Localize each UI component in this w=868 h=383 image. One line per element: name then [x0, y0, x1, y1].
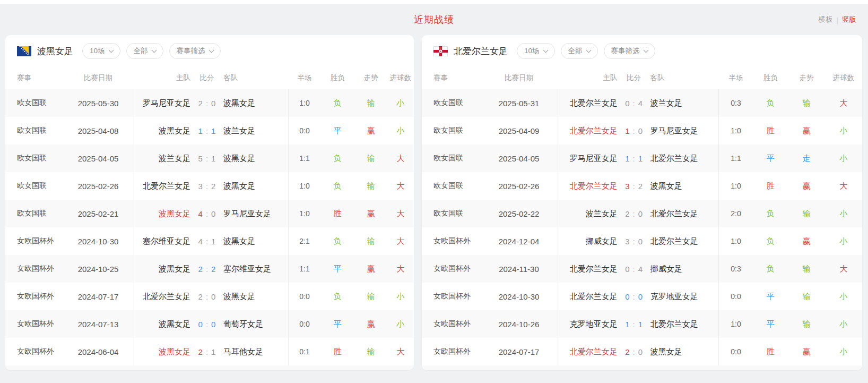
- home-goals: 2: [198, 292, 203, 301]
- match-row[interactable]: 女欧国杯外2024-07-13波黑女足0:0葡萄牙女足0:0平赢小: [5, 310, 414, 338]
- score-cell: 1:1: [618, 320, 650, 329]
- match-count-filter[interactable]: 10场: [517, 43, 555, 59]
- date-cell: 2025-04-08: [63, 126, 134, 135]
- scope-filter[interactable]: 全部: [126, 43, 163, 59]
- score-colon: :: [633, 209, 635, 218]
- half-score-cell: 0:0: [289, 320, 320, 328]
- match-row[interactable]: 欧女国联2025-05-30罗马尼亚女足2:0波黑女足1:0负输小: [5, 89, 414, 117]
- half-score-cell: 0:0: [289, 292, 320, 301]
- competition-filter[interactable]: 赛事筛选: [604, 43, 655, 59]
- goals-cell: 小: [825, 292, 862, 302]
- match-row[interactable]: 欧女国联2025-04-09北爱尔兰女足1:0罗马尼亚女足1:0胜赢小: [422, 117, 862, 144]
- trend-cell: 输: [354, 181, 387, 191]
- away-team: 葡萄牙女足: [223, 319, 288, 329]
- match-cell: 波兰女足2:0北爱尔兰女足: [558, 200, 719, 227]
- home-team: 波黑女足: [134, 126, 190, 136]
- score-cell: 2:0: [618, 347, 650, 356]
- match-row[interactable]: 欧女国联2025-04-05波兰女足5:1波黑女足1:1负输大: [5, 144, 414, 172]
- half-score-cell: 0:0: [719, 347, 753, 356]
- trend-cell: 输: [354, 236, 387, 246]
- result-cell: 负: [320, 98, 354, 108]
- home-team: 北爱尔兰女足: [134, 181, 190, 191]
- column-header-date: 比赛日期: [480, 73, 558, 83]
- score-cell: 5:1: [190, 154, 223, 163]
- away-team: 罗马尼亚女足: [650, 126, 718, 136]
- match-row[interactable]: 女欧国杯外2024-10-25波黑女足2:2塞尔维亚女足1:1平赢大: [5, 255, 414, 283]
- home-team: 北爱尔兰女足: [558, 98, 618, 108]
- match-row[interactable]: 女欧国杯外2024-07-17北爱尔兰女足2:0波黑女足0:0负输小: [5, 283, 414, 310]
- column-header-competition: 赛事: [5, 73, 63, 83]
- match-row[interactable]: 女欧国杯外2024-10-30北爱尔兰女足0:0克罗地亚女足0:0平输小: [422, 283, 862, 310]
- horizontal-layout-link[interactable]: 横板: [818, 15, 832, 24]
- away-team: 挪威女足: [650, 264, 718, 274]
- score-cell: 2:1: [190, 347, 223, 356]
- column-header-date: 比赛日期: [63, 73, 134, 83]
- away-goals: 1: [211, 126, 215, 135]
- match-row[interactable]: 女欧国杯外2024-06-04波黑女足2:1马耳他女足0:1胜输大: [5, 338, 414, 365]
- half-score-cell: 1:1: [289, 265, 320, 273]
- match-row[interactable]: 欧女国联2025-04-08波黑女足1:1波兰女足0:0平赢小: [5, 117, 414, 144]
- goals-cell: 大: [825, 181, 862, 191]
- match-row[interactable]: 欧女国联2025-05-31北爱尔兰女足0:4波兰女足0:3负输大: [422, 89, 862, 117]
- match-row[interactable]: 欧女国联2025-04-05罗马尼亚女足1:1北爱尔兰女足1:1平走小: [422, 144, 862, 172]
- match-row[interactable]: 欧女国联2025-02-26北爱尔兰女足3:2波黑女足1:0胜赢大: [422, 172, 862, 200]
- competition-filter[interactable]: 赛事筛选: [169, 43, 221, 59]
- league-cell: 欧女国联: [422, 209, 480, 218]
- scope-filter[interactable]: 全部: [561, 43, 598, 59]
- goals-cell: 小: [825, 154, 862, 164]
- match-cell: 波黑女足0:0葡萄牙女足: [134, 310, 289, 338]
- score-colon: :: [206, 320, 208, 329]
- scope-filter-label: 全部: [134, 46, 148, 56]
- score-colon: :: [206, 347, 208, 356]
- home-goals: 2: [625, 347, 629, 356]
- match-row[interactable]: 欧女国联2025-02-26北爱尔兰女足3:2波黑女足1:0负输大: [5, 172, 414, 200]
- match-cell: 罗马尼亚女足1:1北爱尔兰女足: [558, 144, 719, 172]
- northern-ireland-flag-icon: [433, 46, 448, 56]
- date-cell: 2025-02-22: [480, 209, 558, 218]
- home-team: 挪威女足: [558, 236, 618, 246]
- league-cell: 女欧国杯外: [422, 236, 480, 246]
- home-team: 克罗地亚女足: [558, 319, 618, 329]
- home-goals: 3: [625, 237, 629, 246]
- league-cell: 女欧国杯外: [5, 319, 63, 329]
- match-row[interactable]: 欧女国联2025-02-22波兰女足2:0北爱尔兰女足2:0负输小: [422, 200, 862, 227]
- chevron-down-icon: [586, 47, 591, 53]
- home-team: 北爱尔兰女足: [558, 264, 618, 274]
- match-row[interactable]: 女欧国杯外2024-07-17北爱尔兰女足2:0波黑女足0:0胜赢小: [422, 338, 862, 365]
- match-count-filter[interactable]: 10场: [82, 43, 120, 59]
- home-team: 波黑女足: [134, 209, 190, 219]
- team-name: 波黑女足: [37, 45, 73, 57]
- home-goals: 2: [198, 265, 203, 274]
- column-header-home: 主队: [134, 73, 190, 83]
- match-row[interactable]: 欧女国联2025-02-21波黑女足4:0罗马尼亚女足1:0胜赢大: [5, 200, 414, 227]
- score-cell: 4:1: [190, 237, 223, 246]
- match-cell: 波兰女足5:1波黑女足: [134, 144, 289, 172]
- goals-cell: 小: [825, 347, 862, 357]
- home-goals: 1: [625, 126, 629, 135]
- vertical-layout-link[interactable]: 竖版: [842, 15, 856, 24]
- match-count-filter-label: 10场: [90, 46, 105, 56]
- date-cell: 2024-07-17: [63, 292, 134, 301]
- result-cell: 平: [753, 292, 788, 302]
- column-header-half: 半场: [719, 73, 753, 83]
- home-team: 波兰女足: [558, 209, 618, 219]
- trend-cell: 输: [354, 98, 387, 108]
- match-row[interactable]: 女欧国杯外2024-10-26克罗地亚女足1:1北爱尔兰女足1:0平输小: [422, 310, 862, 338]
- score-cell: 0:4: [618, 99, 650, 108]
- result-cell: 负: [753, 209, 788, 219]
- match-row[interactable]: 女欧国杯外2024-11-30北爱尔兰女足0:4挪威女足0:3负输大: [422, 255, 862, 283]
- league-cell: 女欧国杯外: [5, 292, 63, 301]
- chevron-down-icon: [108, 47, 114, 53]
- result-cell: 负: [320, 236, 354, 246]
- away-goals: 0: [638, 347, 643, 356]
- league-cell: 女欧国杯外: [422, 347, 480, 356]
- date-cell: 2024-10-26: [480, 320, 558, 329]
- match-row[interactable]: 女欧国杯外2024-10-30塞尔维亚女足4:1波黑女足2:1负输大: [5, 227, 414, 255]
- match-row[interactable]: 女欧国杯外2024-12-04挪威女足3:0北爱尔兰女足1:0负赢小: [422, 227, 862, 255]
- match-cell: 北爱尔兰女足0:4波兰女足: [558, 89, 719, 117]
- home-goals: 4: [198, 209, 203, 218]
- league-cell: 欧女国联: [5, 126, 63, 135]
- panels-container: 波黑女足10场全部赛事筛选赛事比赛日期主队比分客队半场胜负走势进球数欧女国联20…: [0, 35, 868, 370]
- half-score-cell: 2:0: [719, 209, 753, 218]
- competition-filter-label: 赛事筛选: [177, 46, 205, 56]
